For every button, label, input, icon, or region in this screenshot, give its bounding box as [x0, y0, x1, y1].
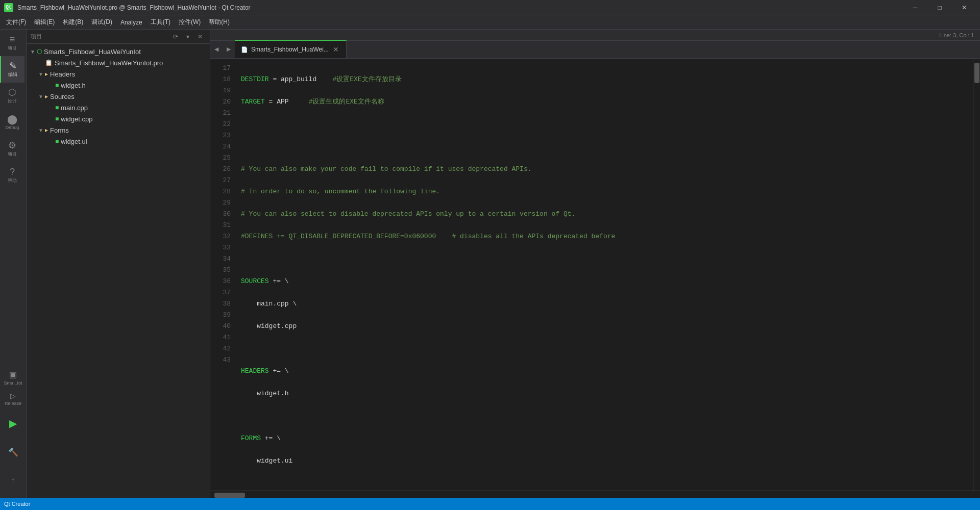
vertical-scrollbar[interactable]: [973, 59, 980, 491]
code-wrapper: 17 18 19 20 21 22 23 24 25 26 27 28 29 3…: [210, 59, 980, 498]
help-label: 帮助: [8, 177, 17, 184]
project-file-icon: ⬡: [37, 48, 42, 55]
maximize-button[interactable]: □: [928, 0, 951, 15]
file-tree-header: 项目 ⟳ ▾ ✕: [27, 30, 210, 44]
app-logo: Qt: [4, 3, 13, 12]
kit-icon: ▣: [9, 370, 17, 379]
top-status-bar: Line: 3, Col: 1: [210, 30, 980, 41]
tree-pro-file: Smarts_Fishbowl_HuaWeiYunIot.pro: [55, 59, 163, 67]
editor-panel: Line: 3, Col: 1 ◀ ▶ 📄 Smarts_FishbowI_Hu…: [210, 30, 980, 498]
tab-bar: ◀ ▶ 📄 Smarts_FishbowI_HuaWei... ✕: [210, 41, 980, 59]
sidebar-icon-debug[interactable]: ⬤ Debug: [0, 109, 24, 136]
tab-label: Smarts_FishbowI_HuaWei...: [251, 46, 329, 53]
code-line-31: widget.h: [241, 388, 973, 399]
deploy-button[interactable]: ↑: [1, 467, 26, 494]
code-main: 17 18 19 20 21 22 23 24 25 26 27 28 29 3…: [210, 59, 980, 491]
cpp-file-icon-main: ■: [55, 104, 59, 111]
tree-item-widget-cpp[interactable]: ■ widget.cpp: [27, 113, 210, 124]
menu-bar: 文件(F) 编辑(E) 构建(B) 调试(D) Analyze 工具(T) 控件…: [0, 15, 980, 30]
code-line-30: HEADERS += \: [241, 366, 973, 377]
code-line-17: DESTDIR = app_build #设置EXE文件存放目录: [241, 74, 973, 85]
tree-project-name: Smarts_Fishbowl_HuaWeiYunIot: [44, 48, 141, 56]
sidebar-icon-project[interactable]: ≡ 项目: [0, 30, 24, 56]
folder-icon-sources: ▸: [45, 93, 48, 100]
code-line-32: [241, 411, 973, 422]
sidebar-icon-edit[interactable]: ✎ 编辑: [0, 56, 24, 83]
tab-close-button[interactable]: ✕: [332, 45, 340, 54]
title-bar: Qt Smarts_Fishbowl_HuaWeiYunIot.pro @ Sm…: [0, 0, 980, 15]
code-line-18: TARGET = APP #设置生成的EXE文件名称: [241, 96, 973, 108]
file-tree-panel: 项目 ⟳ ▾ ✕ ▼ ⬡ Smarts_Fishbowl_HuaWeiYunIo…: [27, 30, 210, 498]
tree-item-forms-folder[interactable]: ▼ ▸ Forms: [27, 124, 210, 136]
tree-item-main-cpp[interactable]: ■ main.cpp: [27, 102, 210, 113]
design-icon: ⬡: [8, 88, 16, 97]
tree-item-widget-ui[interactable]: ■ widget.ui: [27, 136, 210, 147]
menu-edit[interactable]: 编辑(E): [30, 16, 59, 29]
code-line-33: FORMS += \: [241, 433, 973, 444]
menu-tools[interactable]: 工具(T): [146, 16, 175, 29]
debug-icon: ⬤: [7, 115, 17, 124]
tab-prev-button[interactable]: ◀: [210, 40, 223, 58]
code-line-26: SOURCES += \: [241, 276, 973, 287]
tree-item-pro[interactable]: 📋 Smarts_Fishbowl_HuaWeiYunIot.pro: [27, 57, 210, 68]
menu-controls[interactable]: 控件(W): [175, 16, 205, 29]
code-line-19: [241, 119, 973, 130]
code-line-35: [241, 478, 973, 489]
sidebar-icon-settings[interactable]: ⚙ 项目: [0, 136, 24, 162]
editor-tab-pro[interactable]: 📄 Smarts_FishbowI_HuaWei... ✕: [235, 40, 347, 58]
tree-item-root[interactable]: ▼ ⬡ Smarts_Fishbowl_HuaWeiYunIot: [27, 46, 210, 57]
settings-icon: ⚙: [8, 141, 16, 150]
close-button[interactable]: ✕: [952, 0, 976, 15]
code-line-21: # You can also make your code fail to co…: [241, 164, 973, 175]
minimize-button[interactable]: ─: [903, 0, 927, 15]
deploy-icon: ↑: [11, 476, 15, 485]
sidebar-icon-help[interactable]: ? 帮助: [0, 162, 24, 189]
file-tree-title: 项目: [31, 33, 42, 40]
sidebar-icon-design[interactable]: ⬡ 设计: [0, 83, 24, 109]
tab-file-icon: 📄: [241, 46, 248, 53]
build-config[interactable]: ▷ Release: [1, 390, 26, 408]
tree-widget-h: widget.h: [61, 82, 85, 89]
pro-file-icon: 📋: [45, 59, 53, 66]
code-line-20: [241, 141, 973, 152]
kit-label: Sma...Iot: [4, 380, 22, 386]
menu-help[interactable]: 帮助(H): [205, 16, 234, 29]
code-line-28: widget.cpp: [241, 321, 973, 332]
cursor-position: Line: 3, Col: 1: [939, 32, 974, 38]
code-line-24: #DEFINES += QT_DISABLE_DEPRECATED_BEFORE…: [241, 231, 973, 242]
run-button[interactable]: ▶: [1, 410, 26, 437]
menu-file[interactable]: 文件(F): [2, 16, 30, 29]
code-line-29: [241, 343, 973, 354]
tree-item-widget-h[interactable]: ■ widget.h: [27, 80, 210, 91]
code-line-25: [241, 253, 973, 265]
design-label: 设计: [8, 98, 17, 105]
project-icon: ≡: [10, 35, 15, 44]
h-file-icon: ■: [55, 82, 59, 89]
settings-label: 项目: [8, 151, 17, 158]
menu-analyze[interactable]: Analyze: [116, 17, 146, 28]
tree-forms-label: Forms: [50, 126, 69, 134]
close-tree-button[interactable]: ✕: [194, 31, 206, 42]
menu-debug[interactable]: 调试(D): [87, 16, 116, 29]
window-title: Smarts_Fishbowl_HuaWeiYunIot.pro @ Smart…: [17, 4, 903, 11]
tree-sources-label: Sources: [50, 93, 75, 100]
build-all-button[interactable]: 🔨: [1, 439, 26, 465]
code-content[interactable]: DESTDIR = app_build #设置EXE文件存放目录 TARGET …: [237, 59, 973, 491]
build-icon: ▷: [10, 392, 16, 400]
tree-main-cpp: main.cpp: [61, 104, 88, 112]
tree-item-headers-folder[interactable]: ▼ ▸ Headers: [27, 68, 210, 80]
sync-tree-button[interactable]: ⟳: [170, 31, 181, 42]
filter-tree-button[interactable]: ▾: [182, 31, 193, 42]
code-line-22: # In order to do so, uncomment the follo…: [241, 186, 973, 197]
tab-next-button[interactable]: ▶: [223, 40, 235, 58]
debug-label: Debug: [6, 125, 19, 130]
window-controls: ─ □ ✕: [903, 0, 976, 15]
kit-selector[interactable]: ▣ Sma...Iot: [0, 368, 27, 388]
edit-icon: ✎: [9, 61, 17, 70]
menu-build[interactable]: 构建(B): [59, 16, 87, 29]
cpp-file-icon-widget: ■: [55, 115, 59, 122]
horizontal-scrollbar[interactable]: [210, 491, 980, 498]
line-numbers: 17 18 19 20 21 22 23 24 25 26 27 28 29 3…: [210, 59, 237, 491]
tree-item-sources-folder[interactable]: ▼ ▸ Sources: [27, 91, 210, 102]
build-all-icon: 🔨: [8, 447, 18, 457]
